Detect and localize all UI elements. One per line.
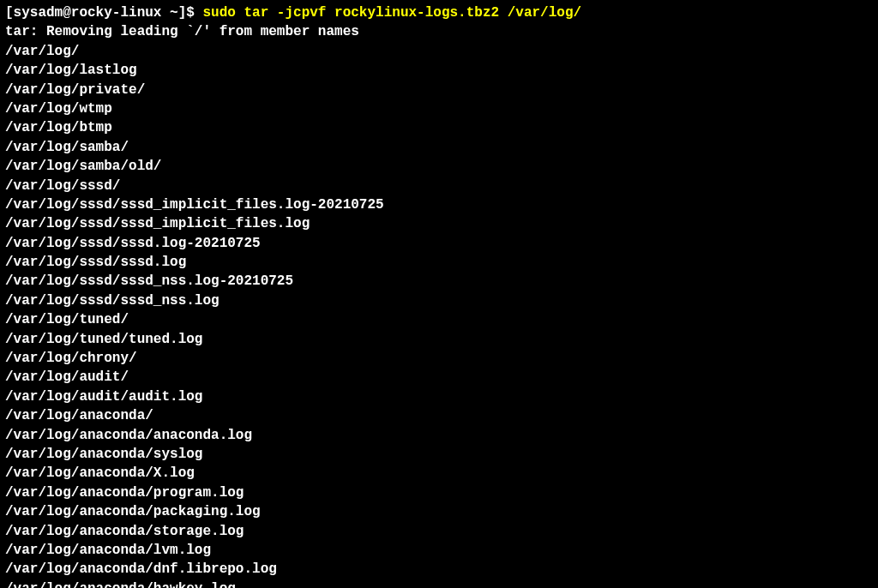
output-line: /var/log/private/ [5, 81, 873, 99]
output-line: /var/log/tuned/tuned.log [5, 330, 873, 349]
output-line: /var/log/sssd/sssd.log [5, 253, 873, 272]
output-line: /var/log/tuned/ [5, 310, 873, 329]
output-line: /var/log/chrony/ [5, 349, 873, 368]
output-line: /var/log/anaconda/syslog [5, 445, 873, 464]
shell-prompt: [sysadm@rocky-linux ~]$ [5, 5, 202, 21]
output-line: /var/log/audit/audit.log [5, 387, 873, 406]
output-line: /var/log/anaconda/X.log [5, 464, 873, 483]
output-line: /var/log/anaconda/hawkey.log [5, 579, 873, 588]
output-line: /var/log/btmp [5, 118, 873, 137]
output-line: /var/log/wtmp [5, 99, 873, 118]
output-line: /var/log/sssd/sssd_implicit_files.log-20… [5, 195, 873, 214]
command-output: tar: Removing leading `/' from member na… [5, 22, 873, 588]
output-line: /var/log/anaconda/ [5, 406, 873, 425]
output-line: /var/log/sssd/sssd_nss.log [5, 291, 873, 310]
output-line: tar: Removing leading `/' from member na… [5, 22, 873, 41]
prompt-line[interactable]: [sysadm@rocky-linux ~]$ sudo tar -jcpvf … [5, 3, 873, 22]
output-line: /var/log/samba/old/ [5, 157, 873, 176]
output-line: /var/log/anaconda/program.log [5, 483, 873, 502]
output-line: /var/log/anaconda/storage.log [5, 522, 873, 541]
output-line: /var/log/samba/ [5, 138, 873, 157]
output-line: /var/log/anaconda/lvm.log [5, 541, 873, 560]
terminal-output: [sysadm@rocky-linux ~]$ sudo tar -jcpvf … [5, 3, 873, 588]
output-line: /var/log/sssd/sssd.log-20210725 [5, 234, 873, 253]
output-line: /var/log/anaconda/packaging.log [5, 502, 873, 521]
output-line: /var/log/lastlog [5, 61, 873, 80]
output-line: /var/log/sssd/sssd_implicit_files.log [5, 214, 873, 233]
output-line: /var/log/anaconda/anaconda.log [5, 426, 873, 445]
output-line: /var/log/sssd/ [5, 177, 873, 195]
output-line: /var/log/sssd/sssd_nss.log-20210725 [5, 272, 873, 291]
entered-command: sudo tar -jcpvf rockylinux-logs.tbz2 /va… [202, 5, 581, 21]
output-line: /var/log/ [5, 42, 873, 61]
output-line: /var/log/anaconda/dnf.librepo.log [5, 560, 873, 579]
output-line: /var/log/audit/ [5, 368, 873, 387]
